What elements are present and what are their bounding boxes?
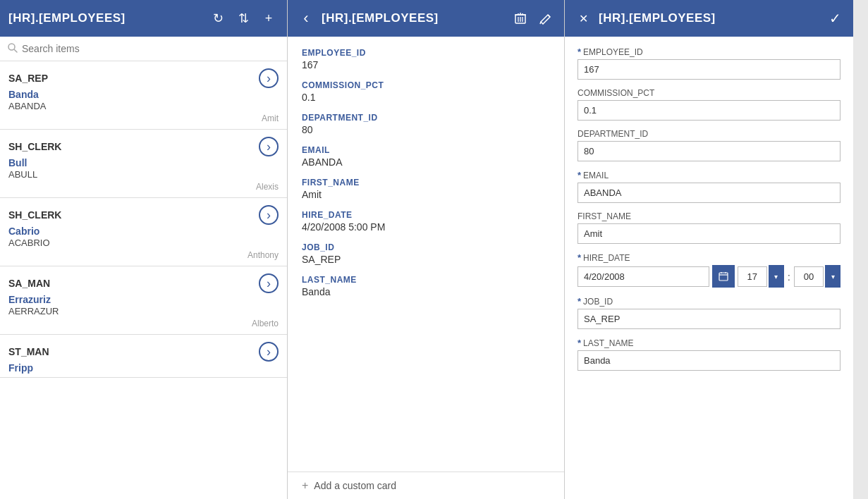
edit-panel: ✕ [HR].[EMPLOYEES] ✓ * EMPLOYEE_ID COMMI… xyxy=(565,0,853,499)
form-label-department-id: DEPARTMENT_ID xyxy=(577,129,841,139)
hour-spinner-button[interactable]: ▾ xyxy=(769,265,784,288)
form-label-first-name: FIRST_NAME xyxy=(577,211,841,221)
detail-value-hire-date: 4/20/2008 5:00 PM xyxy=(302,221,550,233)
minute-spinner-button[interactable]: ▾ xyxy=(825,265,841,288)
input-job-id[interactable] xyxy=(577,309,841,329)
list-panel-title: [HR].[EMPLOYEES] xyxy=(8,11,202,25)
chevron-right-icon[interactable]: › xyxy=(259,273,279,293)
input-department-id[interactable] xyxy=(577,141,841,161)
detail-value-employee-id: 167 xyxy=(302,59,550,70)
list-items: SA_REP › Banda ABANDA Amit SH_CLERK › Bu… xyxy=(0,61,287,499)
list-item-name: Cabrio xyxy=(8,226,279,237)
list-item-alias: Alexis xyxy=(8,182,279,195)
detail-label-email: EMAIL xyxy=(302,145,550,155)
list-item-alias: Amit xyxy=(8,113,279,126)
close-icon[interactable]: ✕ xyxy=(573,8,593,28)
list-item-row: SH_CLERK › xyxy=(8,137,279,156)
input-minute[interactable] xyxy=(794,266,824,287)
list-item-username: ABANDA xyxy=(8,101,279,111)
edit-panel-title: [HR].[EMPLOYEES] xyxy=(599,11,819,25)
input-email[interactable] xyxy=(577,183,841,203)
input-commission-pct[interactable] xyxy=(577,100,841,121)
form-label-job-id: * JOB_ID xyxy=(577,296,841,307)
delete-icon[interactable] xyxy=(511,8,530,28)
list-item[interactable]: SA_MAN › Errazuriz AERRAZUR Alberto xyxy=(0,266,287,335)
detail-value-email: ABANDA xyxy=(302,156,550,168)
input-first-name[interactable] xyxy=(577,223,841,244)
svg-point-0 xyxy=(8,44,15,50)
list-item-name: Bull xyxy=(8,157,279,168)
search-container xyxy=(0,37,287,61)
input-hour[interactable] xyxy=(738,266,767,287)
form-field-email: * EMAIL xyxy=(577,170,841,203)
calendar-button[interactable] xyxy=(712,265,735,288)
form-label-last-name: * LAST_NAME xyxy=(577,338,841,348)
chevron-right-icon[interactable]: › xyxy=(259,205,279,225)
list-item-name: Banda xyxy=(8,89,279,100)
form-field-department-id: DEPARTMENT_ID xyxy=(577,129,841,161)
time-colon: : xyxy=(788,271,790,283)
svg-line-10 xyxy=(548,15,550,17)
search-icon xyxy=(7,42,18,55)
detail-field: JOB_ID SA_REP xyxy=(302,242,550,265)
list-item[interactable]: SH_CLERK › Bull ABULL Alexis xyxy=(0,130,287,198)
sort-icon[interactable]: ⇅ xyxy=(233,8,253,28)
detail-field: DEPARTMENT_ID 80 xyxy=(302,113,550,135)
hire-date-row: ▾ : ▾ xyxy=(577,265,841,288)
form-field-employee-id: * EMPLOYEE_ID xyxy=(577,47,841,80)
detail-panel: ‹ [HR].[EMPLOYEES] EMPLOYEE_ID xyxy=(288,0,565,499)
chevron-right-icon[interactable]: › xyxy=(259,137,279,156)
chevron-right-icon[interactable]: › xyxy=(259,342,279,362)
chevron-right-icon[interactable]: › xyxy=(259,68,279,88)
detail-label-first-name: FIRST_NAME xyxy=(302,178,550,187)
back-icon[interactable]: ‹ xyxy=(296,8,316,28)
form-field-job-id: * JOB_ID xyxy=(577,296,841,329)
detail-value-department-id: 80 xyxy=(302,124,550,135)
time-hour-wrap: ▾ xyxy=(738,265,784,288)
list-item-job: ST_MAN xyxy=(8,346,49,357)
detail-label-hire-date: HIRE_DATE xyxy=(302,210,550,220)
detail-label-department-id: DEPARTMENT_ID xyxy=(302,113,550,123)
list-item-job: SA_REP xyxy=(8,73,48,84)
list-item-row: SA_MAN › xyxy=(8,273,279,293)
list-item[interactable]: SA_REP › Banda ABANDA Amit xyxy=(0,61,287,130)
required-star: * xyxy=(577,252,581,263)
edit-form-content: * EMPLOYEE_ID COMMISSION_PCT DEPARTMENT_… xyxy=(565,37,853,499)
detail-field: EMAIL ABANDA xyxy=(302,145,550,168)
list-item-row: ST_MAN › xyxy=(8,342,279,362)
form-label-email: * EMAIL xyxy=(577,170,841,180)
detail-field: EMPLOYEE_ID 167 xyxy=(302,48,550,70)
detail-value-commission-pct: 0.1 xyxy=(302,92,550,103)
list-item-job: SA_MAN xyxy=(8,278,50,289)
search-input[interactable] xyxy=(22,43,280,54)
detail-value-first-name: Amit xyxy=(302,189,550,200)
svg-rect-12 xyxy=(719,273,728,281)
form-label-commission-pct: COMMISSION_PCT xyxy=(577,88,841,98)
list-item-name: Fripp xyxy=(8,362,279,374)
refresh-icon[interactable]: ↻ xyxy=(208,8,228,28)
svg-line-11 xyxy=(540,22,541,24)
input-hire-date[interactable] xyxy=(577,266,709,287)
list-item-name: Errazuriz xyxy=(8,294,279,305)
edit-icon[interactable] xyxy=(536,8,556,28)
input-last-name[interactable] xyxy=(577,350,841,371)
confirm-icon[interactable]: ✓ xyxy=(825,8,845,28)
add-custom-card-label: Add a custom card xyxy=(314,480,396,491)
detail-panel-header: ‹ [HR].[EMPLOYEES] xyxy=(288,0,564,37)
list-item[interactable]: SH_CLERK › Cabrio ACABRIO Anthony xyxy=(0,198,287,266)
detail-panel-title: [HR].[EMPLOYEES] xyxy=(322,11,505,25)
list-item-row: SH_CLERK › xyxy=(8,205,279,225)
list-item[interactable]: ST_MAN › Fripp xyxy=(0,335,287,378)
list-item-job: SH_CLERK xyxy=(8,209,61,221)
required-star: * xyxy=(577,338,581,348)
form-field-last-name: * LAST_NAME xyxy=(577,338,841,371)
add-icon[interactable]: + xyxy=(259,8,279,28)
required-star: * xyxy=(577,47,581,57)
add-custom-card-button[interactable]: + Add a custom card xyxy=(288,472,564,499)
detail-label-last-name: LAST_NAME xyxy=(302,275,550,285)
list-item-alias: Alberto xyxy=(8,319,279,331)
detail-value-job-id: SA_REP xyxy=(302,254,550,265)
list-panel: [HR].[EMPLOYEES] ↻ ⇅ + SA_REP › Banda AB… xyxy=(0,0,288,499)
list-item-alias: Anthony xyxy=(8,250,279,263)
input-employee-id[interactable] xyxy=(577,59,841,80)
